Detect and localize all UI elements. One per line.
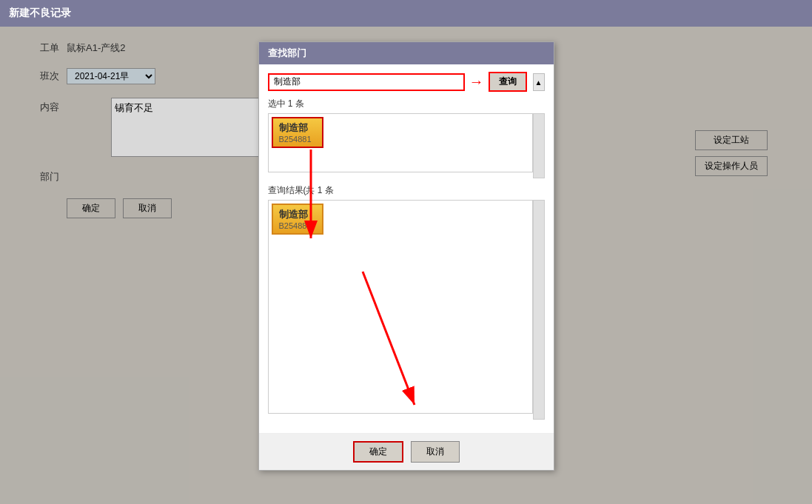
modal-footer: 确定 取消: [259, 433, 554, 470]
selected-dept-name: 制造部: [279, 121, 316, 135]
selected-section-wrap: 制造部 B254881: [268, 113, 545, 178]
selected-label: 选中 1 条: [268, 98, 545, 110]
modal-title: 查找部门: [259, 42, 554, 64]
selected-dept-code: B254881: [279, 135, 316, 144]
results-section-wrap: 制造部 B254881: [268, 200, 545, 420]
modal-overlay: 查找部门 → 查询 ▲ 选中 1 条 制造部 B254881: [0, 27, 812, 504]
window-title: 新建不良记录: [0, 0, 812, 27]
selected-dept-card[interactable]: 制造部 B254881: [272, 117, 323, 148]
query-button[interactable]: 查询: [489, 72, 527, 92]
scroll-top[interactable]: ▲: [533, 73, 545, 91]
result-dept-name: 制造部: [279, 208, 316, 221]
results-label: 查询结果(共 1 条: [268, 184, 545, 197]
arrow-right-annotation: →: [469, 73, 484, 90]
results-scrollbar[interactable]: [533, 200, 545, 420]
results-section: 制造部 B254881: [268, 200, 533, 414]
title-text: 新建不良记录: [9, 7, 71, 20]
modal-confirm-button[interactable]: 确定: [353, 441, 403, 463]
search-input[interactable]: [268, 73, 465, 91]
selected-section: 制造部 B254881: [268, 113, 533, 172]
result-dept-code: B254881: [279, 221, 316, 230]
selected-scrollbar[interactable]: [533, 113, 545, 178]
modal-cancel-button[interactable]: 取消: [411, 441, 460, 463]
search-row: → 查询 ▲: [268, 72, 545, 92]
result-dept-card[interactable]: 制造部 B254881: [272, 204, 323, 235]
modal-body: → 查询 ▲ 选中 1 条 制造部 B254881 查询结果(共: [259, 64, 554, 433]
modal-dialog: 查找部门 → 查询 ▲ 选中 1 条 制造部 B254881: [258, 41, 554, 471]
